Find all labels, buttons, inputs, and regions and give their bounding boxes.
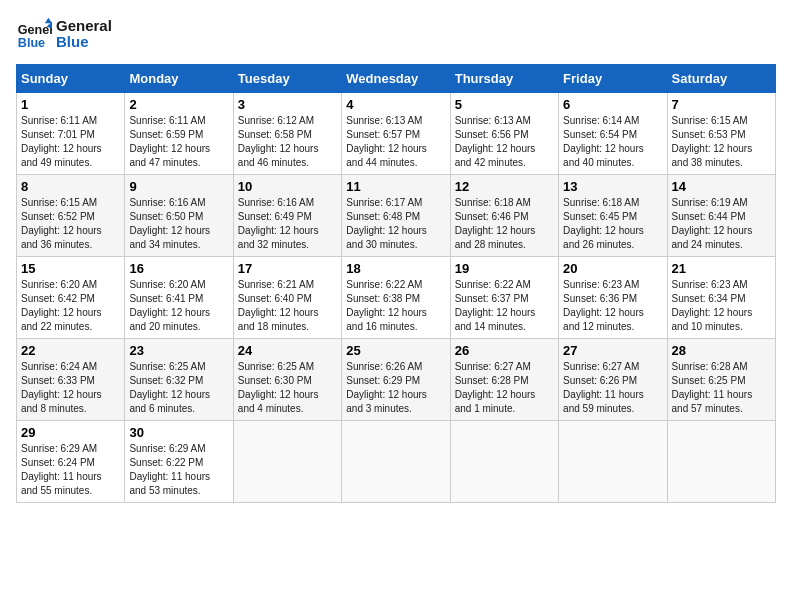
- day-info: Sunrise: 6:25 AM Sunset: 6:32 PM Dayligh…: [129, 360, 228, 416]
- dow-friday: Friday: [559, 65, 667, 93]
- logo-general: General: [56, 18, 112, 35]
- day-number: 26: [455, 343, 554, 358]
- dow-saturday: Saturday: [667, 65, 775, 93]
- day-number: 28: [672, 343, 771, 358]
- day-number: 20: [563, 261, 662, 276]
- day-info: Sunrise: 6:16 AM Sunset: 6:50 PM Dayligh…: [129, 196, 228, 252]
- day-number: 21: [672, 261, 771, 276]
- calendar-day-29: 29Sunrise: 6:29 AM Sunset: 6:24 PM Dayli…: [17, 421, 125, 503]
- logo: General Blue General Blue: [16, 16, 112, 52]
- calendar-day-15: 15Sunrise: 6:20 AM Sunset: 6:42 PM Dayli…: [17, 257, 125, 339]
- day-number: 15: [21, 261, 120, 276]
- day-number: 4: [346, 97, 445, 112]
- day-info: Sunrise: 6:22 AM Sunset: 6:37 PM Dayligh…: [455, 278, 554, 334]
- empty-cell: [667, 421, 775, 503]
- day-info: Sunrise: 6:22 AM Sunset: 6:38 PM Dayligh…: [346, 278, 445, 334]
- dow-tuesday: Tuesday: [233, 65, 341, 93]
- day-number: 1: [21, 97, 120, 112]
- day-info: Sunrise: 6:15 AM Sunset: 6:53 PM Dayligh…: [672, 114, 771, 170]
- calendar-day-27: 27Sunrise: 6:27 AM Sunset: 6:26 PM Dayli…: [559, 339, 667, 421]
- day-number: 3: [238, 97, 337, 112]
- day-info: Sunrise: 6:24 AM Sunset: 6:33 PM Dayligh…: [21, 360, 120, 416]
- day-number: 9: [129, 179, 228, 194]
- day-number: 22: [21, 343, 120, 358]
- day-number: 6: [563, 97, 662, 112]
- svg-marker-2: [45, 18, 52, 23]
- day-number: 27: [563, 343, 662, 358]
- dow-thursday: Thursday: [450, 65, 558, 93]
- dow-monday: Monday: [125, 65, 233, 93]
- calendar-day-16: 16Sunrise: 6:20 AM Sunset: 6:41 PM Dayli…: [125, 257, 233, 339]
- day-number: 24: [238, 343, 337, 358]
- calendar-day-25: 25Sunrise: 6:26 AM Sunset: 6:29 PM Dayli…: [342, 339, 450, 421]
- day-info: Sunrise: 6:15 AM Sunset: 6:52 PM Dayligh…: [21, 196, 120, 252]
- day-number: 16: [129, 261, 228, 276]
- day-info: Sunrise: 6:12 AM Sunset: 6:58 PM Dayligh…: [238, 114, 337, 170]
- day-number: 30: [129, 425, 228, 440]
- empty-cell: [233, 421, 341, 503]
- dow-wednesday: Wednesday: [342, 65, 450, 93]
- day-info: Sunrise: 6:23 AM Sunset: 6:36 PM Dayligh…: [563, 278, 662, 334]
- day-info: Sunrise: 6:13 AM Sunset: 6:57 PM Dayligh…: [346, 114, 445, 170]
- calendar-day-30: 30Sunrise: 6:29 AM Sunset: 6:22 PM Dayli…: [125, 421, 233, 503]
- day-info: Sunrise: 6:18 AM Sunset: 6:46 PM Dayligh…: [455, 196, 554, 252]
- calendar-day-14: 14Sunrise: 6:19 AM Sunset: 6:44 PM Dayli…: [667, 175, 775, 257]
- calendar-day-17: 17Sunrise: 6:21 AM Sunset: 6:40 PM Dayli…: [233, 257, 341, 339]
- calendar-day-10: 10Sunrise: 6:16 AM Sunset: 6:49 PM Dayli…: [233, 175, 341, 257]
- calendar-day-20: 20Sunrise: 6:23 AM Sunset: 6:36 PM Dayli…: [559, 257, 667, 339]
- day-info: Sunrise: 6:20 AM Sunset: 6:41 PM Dayligh…: [129, 278, 228, 334]
- dow-sunday: Sunday: [17, 65, 125, 93]
- day-number: 7: [672, 97, 771, 112]
- day-number: 2: [129, 97, 228, 112]
- day-info: Sunrise: 6:27 AM Sunset: 6:26 PM Dayligh…: [563, 360, 662, 416]
- day-info: Sunrise: 6:27 AM Sunset: 6:28 PM Dayligh…: [455, 360, 554, 416]
- calendar-day-28: 28Sunrise: 6:28 AM Sunset: 6:25 PM Dayli…: [667, 339, 775, 421]
- empty-cell: [559, 421, 667, 503]
- calendar-day-1: 1Sunrise: 6:11 AM Sunset: 7:01 PM Daylig…: [17, 93, 125, 175]
- calendar-day-4: 4Sunrise: 6:13 AM Sunset: 6:57 PM Daylig…: [342, 93, 450, 175]
- day-info: Sunrise: 6:20 AM Sunset: 6:42 PM Dayligh…: [21, 278, 120, 334]
- day-info: Sunrise: 6:14 AM Sunset: 6:54 PM Dayligh…: [563, 114, 662, 170]
- day-info: Sunrise: 6:25 AM Sunset: 6:30 PM Dayligh…: [238, 360, 337, 416]
- day-number: 25: [346, 343, 445, 358]
- calendar-day-5: 5Sunrise: 6:13 AM Sunset: 6:56 PM Daylig…: [450, 93, 558, 175]
- calendar-day-9: 9Sunrise: 6:16 AM Sunset: 6:50 PM Daylig…: [125, 175, 233, 257]
- day-info: Sunrise: 6:26 AM Sunset: 6:29 PM Dayligh…: [346, 360, 445, 416]
- day-number: 17: [238, 261, 337, 276]
- empty-cell: [342, 421, 450, 503]
- day-number: 19: [455, 261, 554, 276]
- calendar-day-13: 13Sunrise: 6:18 AM Sunset: 6:45 PM Dayli…: [559, 175, 667, 257]
- day-info: Sunrise: 6:13 AM Sunset: 6:56 PM Dayligh…: [455, 114, 554, 170]
- day-info: Sunrise: 6:17 AM Sunset: 6:48 PM Dayligh…: [346, 196, 445, 252]
- calendar-day-2: 2Sunrise: 6:11 AM Sunset: 6:59 PM Daylig…: [125, 93, 233, 175]
- day-info: Sunrise: 6:11 AM Sunset: 7:01 PM Dayligh…: [21, 114, 120, 170]
- day-info: Sunrise: 6:16 AM Sunset: 6:49 PM Dayligh…: [238, 196, 337, 252]
- calendar-day-22: 22Sunrise: 6:24 AM Sunset: 6:33 PM Dayli…: [17, 339, 125, 421]
- calendar-day-6: 6Sunrise: 6:14 AM Sunset: 6:54 PM Daylig…: [559, 93, 667, 175]
- svg-text:Blue: Blue: [18, 36, 45, 50]
- day-info: Sunrise: 6:19 AM Sunset: 6:44 PM Dayligh…: [672, 196, 771, 252]
- calendar-day-8: 8Sunrise: 6:15 AM Sunset: 6:52 PM Daylig…: [17, 175, 125, 257]
- calendar-day-26: 26Sunrise: 6:27 AM Sunset: 6:28 PM Dayli…: [450, 339, 558, 421]
- day-info: Sunrise: 6:28 AM Sunset: 6:25 PM Dayligh…: [672, 360, 771, 416]
- calendar-day-11: 11Sunrise: 6:17 AM Sunset: 6:48 PM Dayli…: [342, 175, 450, 257]
- day-number: 8: [21, 179, 120, 194]
- day-number: 13: [563, 179, 662, 194]
- calendar-day-3: 3Sunrise: 6:12 AM Sunset: 6:58 PM Daylig…: [233, 93, 341, 175]
- day-info: Sunrise: 6:21 AM Sunset: 6:40 PM Dayligh…: [238, 278, 337, 334]
- logo-blue: Blue: [56, 34, 112, 51]
- day-number: 23: [129, 343, 228, 358]
- calendar-table: SundayMondayTuesdayWednesdayThursdayFrid…: [16, 64, 776, 503]
- day-number: 5: [455, 97, 554, 112]
- day-info: Sunrise: 6:18 AM Sunset: 6:45 PM Dayligh…: [563, 196, 662, 252]
- page-header: General Blue General Blue: [16, 16, 776, 52]
- day-info: Sunrise: 6:29 AM Sunset: 6:22 PM Dayligh…: [129, 442, 228, 498]
- day-number: 14: [672, 179, 771, 194]
- day-number: 11: [346, 179, 445, 194]
- calendar-day-21: 21Sunrise: 6:23 AM Sunset: 6:34 PM Dayli…: [667, 257, 775, 339]
- day-info: Sunrise: 6:29 AM Sunset: 6:24 PM Dayligh…: [21, 442, 120, 498]
- day-info: Sunrise: 6:11 AM Sunset: 6:59 PM Dayligh…: [129, 114, 228, 170]
- day-number: 10: [238, 179, 337, 194]
- calendar-day-19: 19Sunrise: 6:22 AM Sunset: 6:37 PM Dayli…: [450, 257, 558, 339]
- logo-icon: General Blue: [16, 16, 52, 52]
